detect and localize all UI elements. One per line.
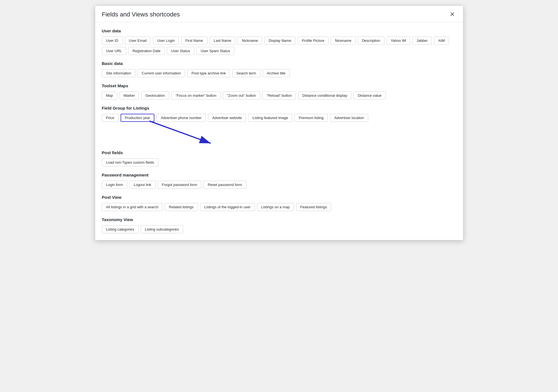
tags-row-toolset-maps: MapMarkerGeolocation"Focus on marker" bu… [102, 91, 456, 100]
tag-btn-nickname[interactable]: Nickname [238, 37, 262, 45]
tag-btn-user-spam-status[interactable]: User Spam Status [197, 47, 234, 55]
tag-btn-distance-conditional-display[interactable]: Distance conditional display [298, 91, 351, 100]
tag-btn-first-name[interactable]: First Name [181, 37, 207, 45]
tag-btn-yahoo-im[interactable]: Yahoo IM [387, 37, 410, 45]
tag-btn-nicename[interactable]: Nicename [331, 37, 356, 45]
tag-btn-post-type-archive-link[interactable]: Post type archive link [187, 69, 230, 77]
tag-btn-listing-subcategories[interactable]: Listing subcategories [141, 225, 183, 233]
section-title-post-fields: Post fields [102, 150, 456, 155]
tag-btn-listings-of-the-logged-in-user[interactable]: Listings of the logged-in user [200, 203, 255, 211]
modal-body: User dataUser IDUser EmailUser LoginFirs… [95, 22, 463, 240]
tag-btn-focus-on-marker-button[interactable]: "Focus on marker" button [171, 91, 221, 100]
tag-btn-premium-listing[interactable]: Premium listing [294, 114, 328, 122]
tag-btn-map[interactable]: Map [102, 91, 117, 100]
tags-row-user-data: User IDUser EmailUser LoginFirst NameLas… [102, 37, 456, 55]
tags-row-password-management: Login formLogout linkForgot password for… [102, 181, 456, 189]
section-title-toolset-maps: Toolset Maps [102, 83, 456, 88]
tags-row-basic-data: Site informationCurrent user information… [102, 69, 456, 77]
close-button[interactable]: ✕ [448, 11, 456, 18]
tag-btn-profile-picture[interactable]: Profile Picture [298, 37, 329, 45]
section-taxonomy-view: Taxonomy ViewListing categoriesListing s… [102, 217, 456, 233]
tag-btn-distance-value[interactable]: Distance value [354, 91, 386, 100]
tag-btn-user-status[interactable]: User Status [167, 47, 194, 55]
section-post-fields: Post fieldsLoad non-Types custom fields [102, 150, 456, 166]
tag-btn-load-non-types-custom-fields[interactable]: Load non-Types custom fields [102, 158, 159, 166]
tag-btn-user-url[interactable]: User URL [102, 47, 126, 55]
section-title-taxonomy-view: Taxonomy View [102, 217, 456, 222]
tags-row-post-fields: Load non-Types custom fields [102, 158, 456, 166]
tags-row-post-view: All listings in a grid with a searchRela… [102, 203, 456, 211]
section-field-group-listings: Field Group for ListingsPriceProduction … [102, 106, 456, 144]
tag-btn-archive-title[interactable]: Archive title [263, 69, 290, 77]
tag-btn-featured-listings[interactable]: Featured listings [296, 203, 331, 211]
section-post-view: Post ViewAll listings in a grid with a s… [102, 195, 456, 211]
modal-header: Fields and Views shortcodes ✕ [95, 6, 463, 22]
tag-btn-site-information[interactable]: Site information [102, 69, 135, 77]
tag-btn-display-name[interactable]: Display Name [264, 37, 295, 45]
tag-btn-search-term[interactable]: Search term [232, 69, 260, 77]
section-title-basic-data: Basic data [102, 61, 456, 66]
tag-btn-forgot-password-form[interactable]: Forgot password form [158, 181, 201, 189]
tag-btn-current-user-information[interactable]: Current user information [138, 69, 185, 77]
tag-btn-listing-categories[interactable]: Listing categories [102, 225, 138, 233]
tag-btn-login-form[interactable]: Login form [102, 181, 127, 189]
svg-line-1 [149, 121, 211, 143]
tag-btn-user-login[interactable]: User Login [153, 37, 179, 45]
tag-btn-geolocation[interactable]: Geolocation [141, 91, 169, 100]
section-title-post-view: Post View [102, 195, 456, 200]
tag-btn-zoom-out-button[interactable]: "Zoom out" button [223, 91, 260, 100]
tag-btn-listing-featured-image[interactable]: Listing featured image [248, 114, 292, 122]
tag-btn-price[interactable]: Price [102, 114, 119, 122]
modal-title: Fields and Views shortcodes [102, 11, 180, 18]
arrow-svg [121, 120, 216, 145]
modal-container: Fields and Views shortcodes ✕ User dataU… [95, 6, 463, 240]
section-user-data: User dataUser IDUser EmailUser LoginFirs… [102, 28, 456, 55]
arrow-annotation [102, 122, 456, 144]
tag-btn-related-listings[interactable]: Related listings [165, 203, 198, 211]
tag-btn-logout-link[interactable]: Logout link [130, 181, 155, 189]
tags-row-taxonomy-view: Listing categoriesListing subcategories [102, 225, 456, 233]
section-title-user-data: User data [102, 28, 456, 33]
section-password-management: Password managementLogin formLogout link… [102, 173, 456, 189]
section-basic-data: Basic dataSite informationCurrent user i… [102, 61, 456, 77]
tag-btn-listings-on-a-map[interactable]: Listings on a map [257, 203, 294, 211]
tag-btn-user-id[interactable]: User ID [102, 37, 123, 45]
tag-btn-marker[interactable]: Marker [119, 91, 139, 100]
tag-btn-aim[interactable]: AIM [434, 37, 449, 45]
tag-btn-registration-date[interactable]: Registration Date [128, 47, 165, 55]
section-toolset-maps: Toolset MapsMapMarkerGeolocation"Focus o… [102, 83, 456, 100]
tag-btn-advertiser-location[interactable]: Advertiser location [330, 114, 368, 122]
tag-btn-description[interactable]: Description [358, 37, 384, 45]
tag-btn-last-name[interactable]: Last Name [210, 37, 236, 45]
section-title-field-group-listings: Field Group for Listings [102, 106, 456, 110]
tag-btn-reload-button[interactable]: "Reload" button [262, 91, 296, 100]
section-title-password-management: Password management [102, 173, 456, 177]
tag-btn-reset-password-form[interactable]: Reset password form [203, 181, 246, 189]
tag-btn-all-listings-in-a-grid-with-a-search[interactable]: All listings in a grid with a search [102, 203, 163, 211]
tag-btn-jabber[interactable]: Jabber [412, 37, 432, 45]
tag-btn-user-email[interactable]: User Email [125, 37, 151, 45]
